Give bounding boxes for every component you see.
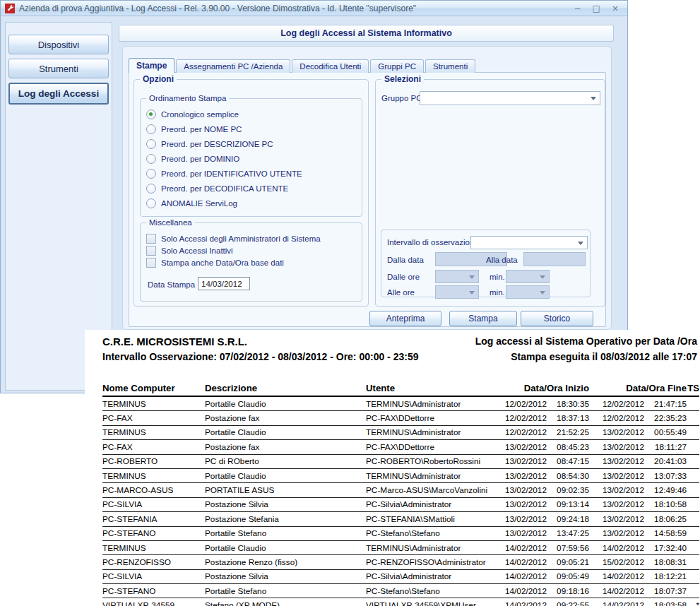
report-row: PC-FAX Postazione fax PC-FAX\DDettorre 1… — [102, 411, 699, 425]
page-title: Log degli Accessi al Sistema Informativo — [119, 25, 614, 42]
cell-nome-computer: PC-MARCO-ASUS — [102, 483, 205, 497]
cell-fine-ora: 18:10:58 — [644, 497, 687, 511]
dalle-min-dropdown[interactable] — [506, 270, 550, 283]
report-interval-line: Intervallo Osservazione: 07/02/2012 - 08… — [102, 351, 418, 362]
radio-ordinamento-option[interactable]: Preord. per DECODIFICA UTENTE — [146, 183, 288, 194]
maximize-icon[interactable]: □ — [593, 4, 600, 13]
cell-utente: PC-STEFANIA\SMattioli — [366, 512, 492, 526]
alla-data-input[interactable] — [523, 252, 586, 266]
cell-descrizione: Postazione Silvia — [205, 569, 366, 583]
window-title: Azienda di prova Aggiuntiva - Log Access… — [19, 4, 416, 13]
cell-nome-computer: PC-ROBERTO — [102, 454, 205, 468]
checkbox-miscellanea-option[interactable]: Solo Accessi Inattivi — [146, 245, 233, 256]
tab-strumenti[interactable]: Strumenti — [425, 59, 475, 73]
cell-fine-ora: 22:35:23 — [644, 411, 687, 425]
alle-min-dropdown[interactable] — [506, 285, 550, 299]
cell-descrizione: PC di ROberto — [205, 454, 366, 468]
tab-stampe[interactable]: Stampe — [129, 58, 174, 73]
sidebar-item-log-degli-accessi[interactable]: Log degli Accessi — [8, 83, 109, 105]
cell-inizio-ora: 09:13:14 — [547, 497, 589, 511]
col-data-ora-inizio: Data/Ora Inizio — [492, 375, 589, 396]
cell-inizio-data: 14/02/2012 — [492, 569, 547, 583]
tab-panel-stampe: Opzioni Ordinamento Stampa Cronologico s… — [129, 72, 606, 327]
cell-utente: PC-FAX\DDettorre — [366, 411, 492, 425]
alle-ore-dropdown[interactable] — [435, 285, 479, 299]
dalle-ore-dropdown[interactable] — [435, 270, 479, 283]
cell-nome-computer: PC-FAX — [102, 411, 205, 425]
cell-inizio-data: 14/02/2012 — [492, 555, 547, 569]
radio-ordinamento-option[interactable]: Preord. per NOME PC — [146, 124, 242, 135]
cell-ts — [687, 526, 699, 540]
stampa-button[interactable]: Stampa — [449, 311, 517, 326]
checkbox-miscellanea-option[interactable]: Solo Accessi degli Amministratori di Sis… — [146, 233, 321, 244]
cell-fine-ora: 18:06:25 — [644, 512, 687, 526]
cell-descrizione: Stefano (XP MODE) — [205, 598, 366, 606]
checkbox-label: Solo Accessi Inattivi — [161, 246, 233, 255]
col-ts: TS — [687, 375, 699, 396]
cell-fine-ora: 18:03:58 — [644, 598, 687, 606]
radio-label: Preord. per IDENTIFICATIVO UTENTE — [161, 170, 302, 178]
tab-label: Decodifica Utenti — [299, 62, 361, 71]
cell-fine-ora: 20:41:03 — [644, 454, 687, 468]
tab-decodifica-utenti[interactable]: Decodifica Utenti — [292, 59, 369, 73]
alle-min-label: min. — [490, 288, 505, 297]
cell-descrizione: Portatile Stefano — [205, 584, 366, 598]
checkbox-miscellanea-option[interactable]: Stampa anche Data/Ora base dati — [146, 257, 284, 268]
col-descrizione: Descrizione — [205, 375, 366, 396]
close-icon[interactable]: × — [612, 4, 619, 13]
cell-descrizione: Portatile Claudio — [205, 468, 366, 482]
col-nome-computer: Nome Computer — [102, 375, 205, 396]
radio-ordinamento-option[interactable]: Cronologico semplice — [146, 109, 239, 120]
cell-fine-data: 13/02/2012 — [589, 454, 644, 468]
radio-ordinamento-option[interactable]: ANOMALIE ServiLog — [146, 198, 237, 209]
report-row: PC-FAX Postazione fax PC-FAX\DDettorre 1… — [102, 440, 699, 454]
report-row: PC-MARCO-ASUS PORTATILE ASUS PC-Marco-AS… — [102, 483, 699, 497]
radio-ordinamento-option[interactable]: Preord. per DESCRIZIONE PC — [146, 138, 273, 150]
cell-fine-ora: 13:07:33 — [644, 468, 687, 482]
sidebar-item-label: Dispositivi — [38, 40, 80, 50]
cell-descrizione: Portatile Claudio — [205, 540, 366, 554]
cell-utente: PC-Stefano\Stefano — [366, 526, 492, 540]
cell-inizio-ora: 08:47:15 — [547, 454, 589, 468]
report-row: TERMINUS Portatile Claudio TERMINUS\Admi… — [102, 425, 699, 439]
minimize-icon[interactable]: − — [574, 4, 581, 13]
radio-ordinamento-option[interactable]: Preord. per DOMINIO — [146, 153, 239, 165]
cell-utente: PC-Marco-ASUS\MarcoVanzolini — [366, 483, 492, 497]
sidebar-item-label: Log degli Accessi — [18, 88, 99, 99]
col-data-ora-fine: Data/Ora Fine — [589, 375, 687, 396]
cell-inizio-data: 13/02/2012 — [492, 440, 547, 454]
radio-ordinamento-option[interactable]: Preord. per IDENTIFICATIVO UTENTE — [146, 168, 302, 179]
anteprima-button[interactable]: Anteprima — [369, 311, 441, 326]
screenshot-canvas: Azienda di prova Aggiuntiva - Log Access… — [0, 0, 700, 606]
cell-fine-data: 13/02/2012 — [589, 468, 644, 482]
cell-fine-data: 13/02/2012 — [589, 497, 644, 511]
radio-label: Preord. per DECODIFICA UTENTE — [161, 184, 288, 193]
cell-fine-ora: 18:12:21 — [644, 569, 687, 583]
tab-label: Stampe — [136, 61, 167, 71]
gruppo-pc-dropdown[interactable] — [420, 91, 600, 105]
intervallo-dropdown[interactable] — [470, 236, 588, 249]
title-bar[interactable]: Azienda di prova Aggiuntiva - Log Access… — [1, 1, 627, 16]
cell-inizio-data: 13/02/2012 — [492, 497, 547, 511]
sidebar-item-dispositivi[interactable]: Dispositivi — [8, 35, 109, 54]
col-utente: Utente — [366, 375, 492, 396]
cell-inizio-ora: 07:59:56 — [547, 540, 589, 554]
data-stampa-input[interactable] — [198, 277, 250, 290]
dalle-min-label: min. — [490, 273, 505, 281]
group-selezioni-title: Selezioni — [381, 74, 424, 85]
cell-ts — [687, 512, 699, 526]
cell-ts — [687, 555, 699, 569]
dropdown-arrow-icon — [469, 291, 475, 295]
group-miscellanea: Miscellanea Data Stampa Solo Accessi deg… — [140, 222, 362, 302]
cell-inizio-data: 13/02/2012 — [492, 526, 547, 540]
report-row: PC-SILVIA Postazione Silvia PC-Silvia\Ad… — [102, 569, 699, 583]
tab-label: Gruppi PC — [378, 62, 416, 71]
tab-gruppi-pc[interactable]: Gruppi PC — [370, 59, 424, 73]
sidebar-item-strumenti[interactable]: Strumenti — [8, 59, 109, 78]
cell-fine-data: 14/02/2012 — [589, 569, 644, 583]
dropdown-arrow-icon — [578, 242, 583, 245]
storico-button[interactable]: Storico — [521, 311, 593, 326]
tab-assegnamenti-pc-/azienda[interactable]: Assegnamenti PC /Azienda — [176, 59, 290, 73]
cell-descrizione: Postazione fax — [205, 440, 366, 454]
cell-inizio-data: 13/02/2012 — [492, 483, 547, 497]
